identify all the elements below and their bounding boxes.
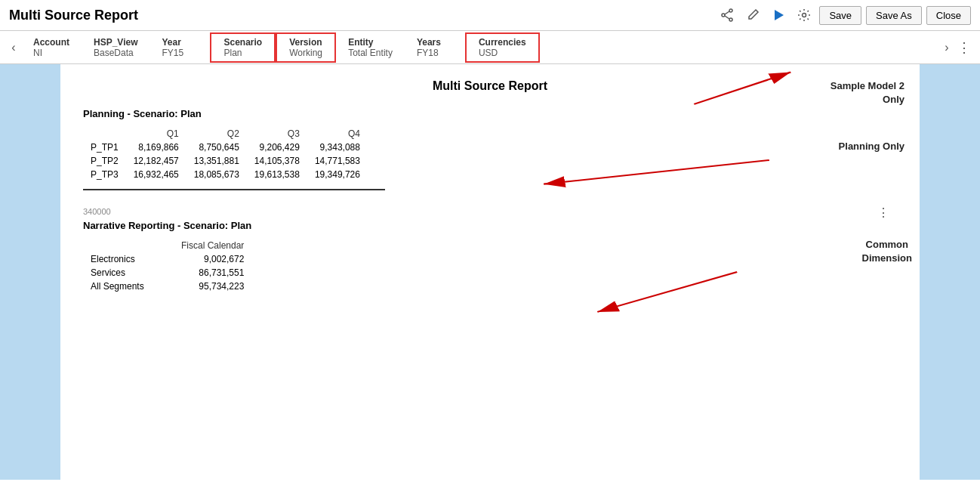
narrative-section: Narrative Reporting - Scenario: Plan Fis… — [83, 220, 897, 293]
pov-version-value: Working — [289, 48, 322, 58]
pov-scenario-label: Scenario — [223, 37, 262, 48]
pov-account-value: NI — [33, 48, 69, 58]
narrative-section-title: Narrative Reporting - Scenario: Plan — [83, 220, 897, 231]
svg-point-0 — [729, 9, 732, 12]
header-actions: Save Save As Close — [717, 5, 971, 26]
planning-section: Planning - Scenario: Plan Q1 Q2 Q3 Q4 P_… — [83, 108, 897, 190]
table-row: P_TP2 12,182,457 13,351,881 14,105,378 1… — [83, 154, 368, 168]
services-label: Services — [83, 266, 174, 280]
pov-years-label: Years — [417, 37, 453, 48]
ptp2-q4: 14,771,583 — [307, 154, 368, 168]
pov-years[interactable]: Years FY18 — [405, 34, 465, 61]
pov-year[interactable]: Year FY15 — [149, 34, 210, 61]
context-menu-icon[interactable]: ⋮ — [877, 205, 889, 220]
pov-currencies-label: Currencies — [479, 37, 526, 48]
table-row: Services 86,731,551 — [83, 266, 251, 280]
row-label-ptp2: P_TP2 — [83, 154, 126, 168]
main-area: Multi Source Report Planning - Scenario:… — [0, 64, 980, 480]
pov-prev[interactable]: ‹ — [6, 40, 21, 55]
ptp3-q2: 18,085,673 — [186, 168, 247, 181]
pov-currencies[interactable]: Currencies USD — [465, 32, 540, 63]
svg-point-6 — [803, 14, 806, 17]
pov-entity[interactable]: Entity Total Entity — [336, 34, 405, 61]
all-segments-label: All Segments — [83, 280, 174, 293]
all-segments-value: 95,734,223 — [174, 280, 251, 293]
ptp3-q4: 19,349,726 — [307, 168, 368, 181]
edit-icon[interactable] — [742, 5, 763, 26]
pov-account[interactable]: Account NI — [21, 34, 82, 61]
pov-bar: ‹ Account NI HSP_View BaseData Year FY15… — [0, 31, 980, 64]
report-title: Multi Source Report — [83, 79, 897, 93]
svg-line-3 — [725, 11, 729, 14]
ptp3-q1: 16,932,465 — [126, 168, 186, 181]
ptp1-q1: 8,169,866 — [126, 141, 186, 154]
pov-hsp-label: HSP_View — [94, 37, 137, 48]
pov-years-value: FY18 — [417, 48, 453, 58]
pov-entity-value: Total Entity — [348, 48, 393, 58]
pov-next[interactable]: › — [939, 40, 954, 55]
save-button[interactable]: Save — [819, 6, 861, 25]
row-label-ptp1: P_TP1 — [83, 141, 126, 154]
pov-scenario[interactable]: Scenario Plan — [210, 32, 276, 63]
table-row: P_TP3 16,932,465 18,085,673 19,613,538 1… — [83, 168, 368, 181]
planning-col-q1: Q1 — [126, 127, 186, 141]
ptp1-q2: 8,750,645 — [186, 141, 247, 154]
planning-section-title: Planning - Scenario: Plan — [83, 108, 897, 119]
settings-icon[interactable] — [794, 5, 815, 26]
pov-currencies-value: USD — [479, 48, 526, 58]
page-title: Multi Source Report — [9, 8, 717, 23]
narrative-col-fiscal: Fiscal Calendar — [174, 239, 251, 252]
pov-scenario-value: Plan — [223, 48, 262, 58]
section-id: 340000 — [83, 207, 111, 216]
section-id-row: 340000 ⋮ — [83, 205, 897, 217]
planning-col-q3: Q3 — [247, 127, 307, 141]
table-row: Electronics 9,002,672 — [83, 252, 251, 266]
table-row: P_TP1 8,169,866 8,750,645 9,206,429 9,34… — [83, 141, 368, 154]
row-label-ptp3: P_TP3 — [83, 168, 126, 181]
services-value: 86,731,551 — [174, 266, 251, 280]
sidebar-left — [0, 64, 60, 480]
pov-hsp-view[interactable]: HSP_View BaseData — [82, 34, 149, 61]
play-icon[interactable] — [768, 5, 789, 26]
close-button[interactable]: Close — [926, 6, 971, 25]
planning-table: Q1 Q2 Q3 Q4 P_TP1 8,169,866 8,750,645 9,… — [83, 127, 368, 181]
ptp2-q2: 13,351,881 — [186, 154, 247, 168]
ptp1-q4: 9,343,088 — [307, 141, 368, 154]
planning-col-empty — [83, 127, 126, 141]
table-row: All Segments 95,734,223 — [83, 280, 251, 293]
ptp2-q1: 12,182,457 — [126, 154, 186, 168]
svg-point-2 — [729, 18, 732, 21]
ptp2-q3: 14,105,378 — [247, 154, 307, 168]
svg-marker-5 — [775, 10, 784, 20]
pov-year-value: FY15 — [162, 48, 198, 58]
pov-version-label: Version — [289, 37, 322, 48]
pov-account-label: Account — [33, 37, 69, 48]
pov-more-icon[interactable]: ⋮ — [954, 39, 974, 56]
ptp3-q3: 19,613,538 — [247, 168, 307, 181]
pov-year-label: Year — [162, 37, 198, 48]
ptp1-q3: 9,206,429 — [247, 141, 307, 154]
pov-entity-label: Entity — [348, 37, 393, 48]
header: Multi Source Report Save Save As Cl — [0, 0, 980, 31]
planning-col-q4: Q4 — [307, 127, 368, 141]
narrative-table: Fiscal Calendar Electronics 9,002,672 Se… — [83, 239, 251, 293]
pov-items: Account NI HSP_View BaseData Year FY15 S… — [21, 32, 939, 63]
svg-line-4 — [725, 16, 729, 19]
save-as-button[interactable]: Save As — [866, 6, 922, 25]
sidebar-right — [920, 64, 980, 480]
report-area: Multi Source Report Planning - Scenario:… — [60, 64, 920, 480]
electronics-label: Electronics — [83, 252, 174, 266]
section-divider — [83, 189, 385, 190]
electronics-value: 9,002,672 — [174, 252, 251, 266]
svg-point-1 — [722, 14, 725, 17]
pov-hsp-value: BaseData — [94, 48, 137, 58]
planning-col-q2: Q2 — [186, 127, 247, 141]
narrative-col-empty — [83, 239, 174, 252]
pov-version[interactable]: Version Working — [276, 32, 336, 63]
share-icon[interactable] — [717, 5, 738, 26]
